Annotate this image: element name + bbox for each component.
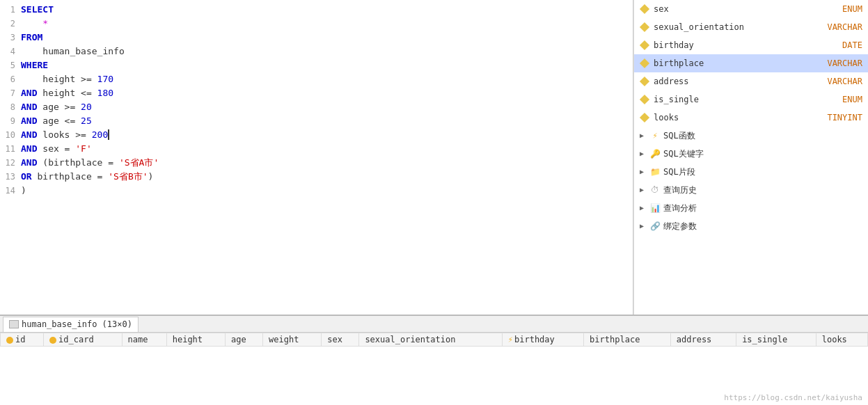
field-type-birthplace: VARCHAR [827, 56, 862, 70]
section-sql-snippets[interactable]: ▶ 📁 SQL片段 [634, 163, 868, 181]
line-content-4: human_base_info [21, 45, 633, 58]
code-line-1: 1 SELECT [0, 3, 633, 17]
column-name: birthplace [48, 157, 102, 168]
operator: ( [42, 157, 48, 168]
field-name-looks: looks [654, 111, 827, 125]
keyword: AND [21, 157, 37, 168]
field-address[interactable]: address VARCHAR [634, 72, 868, 90]
diamond-icon [640, 22, 649, 32]
col-sexual-orientation: sexual_orientation [359, 333, 502, 347]
line-num-1: 1 [0, 3, 21, 17]
operator: <= [75, 88, 97, 98]
keyword: AND [21, 116, 37, 126]
field-name-sexual-orientation: sexual_orientation [654, 20, 827, 34]
code-line-3: 3 FROM [0, 31, 633, 45]
code-line-8: 8 AND age >= 20 [0, 100, 633, 114]
line-num-13: 13 [0, 170, 21, 184]
key-icon: 🔑 [649, 148, 661, 159]
arrow-icon: ▶ [640, 183, 648, 197]
field-birthplace[interactable]: birthplace VARCHAR [634, 54, 868, 72]
line-content-3: FROM [21, 31, 633, 45]
line-num-2: 2 [0, 17, 21, 31]
section-bind-params[interactable]: ▶ 🔗 绑定参数 [634, 217, 868, 235]
arrow-icon: ▶ [640, 201, 648, 215]
string-value: 'S省A市' [119, 157, 159, 168]
line-content-8: AND age >= 20 [21, 100, 633, 114]
line-num-6: 6 [0, 72, 21, 86]
number: 180 [97, 88, 113, 98]
section-sql-functions[interactable]: ▶ ⚡ SQL函数 [634, 127, 868, 145]
operator: >= [75, 74, 97, 84]
arrow-icon: ▶ [640, 129, 648, 143]
field-birthday[interactable]: birthday DATE [634, 36, 868, 54]
line-num-11: 11 [0, 142, 21, 156]
code-line-9: 9 AND age <= 25 [0, 114, 633, 128]
result-tab-human-base-info[interactable]: human_base_info (13×0) [3, 317, 139, 332]
keyword: AND [21, 88, 37, 98]
keyword: AND [21, 102, 37, 112]
link-icon: 🔗 [649, 221, 661, 232]
diamond-icon [640, 113, 649, 122]
diamond-icon [640, 40, 649, 50]
column-name: age [42, 102, 58, 112]
operator: <= [59, 116, 81, 126]
section-sql-keywords[interactable]: ▶ 🔑 SQL关键字 [634, 145, 868, 163]
line-content-1: SELECT [21, 3, 633, 17]
col-id-card: id_card [44, 333, 123, 347]
right-panel-inner: sex ENUM sexual_orientation VARCHAR [634, 0, 868, 235]
table-icon [9, 320, 19, 328]
field-sexual-orientation[interactable]: sexual_orientation VARCHAR [634, 18, 868, 36]
diamond-icon [640, 95, 649, 104]
line-num-3: 3 [0, 31, 21, 45]
section-label-query-analysis: 查询分析 [663, 201, 697, 215]
operator: ) [21, 185, 26, 196]
keyword: AND [21, 129, 37, 140]
arrow-icon: ▶ [640, 219, 648, 233]
col-age: age [226, 333, 263, 347]
editor-panel[interactable]: 1 SELECT 2 * 3 FROM 4 human_base_info [0, 0, 633, 315]
section-label-query-history: 查询历史 [663, 183, 697, 197]
code-line-13: 13 OR birthplace = 'S省B市') [0, 170, 633, 184]
operator: = [102, 157, 118, 168]
col-looks: looks [816, 333, 867, 347]
line-num-5: 5 [0, 58, 21, 72]
string-value: 'F' [75, 143, 91, 154]
field-is-single[interactable]: is_single ENUM [634, 90, 868, 109]
field-sex[interactable]: sex ENUM [634, 0, 868, 18]
number: 200 [92, 129, 108, 140]
arrow-icon: ▶ [640, 147, 648, 161]
field-type-sexual-orientation: VARCHAR [827, 20, 862, 34]
field-name-birthday: birthday [654, 38, 842, 52]
code-line-11: 11 AND sex = 'F' [0, 142, 633, 156]
column-name: age [42, 116, 58, 126]
field-looks[interactable]: looks TINYINT [634, 109, 868, 127]
code-line-7: 7 AND height <= 180 [0, 86, 633, 100]
section-query-analysis[interactable]: ▶ 📊 查询分析 [634, 199, 868, 217]
number: 170 [97, 74, 113, 84]
column-name: looks [42, 129, 70, 140]
keyword: WHERE [21, 60, 48, 70]
result-tabs: human_base_info (13×0) [0, 316, 868, 333]
code-line-5: 5 WHERE [0, 58, 633, 72]
keyword: OR [21, 171, 32, 182]
table-name: human_base_info [42, 46, 124, 56]
operator: ) [148, 171, 154, 182]
asterisk: * [42, 18, 48, 29]
section-label-sql-keywords: SQL关键字 [663, 147, 704, 161]
table-header-row: id id_card name height age weight sex se… [1, 333, 868, 347]
column-name: birthplace [37, 171, 91, 182]
tab-label: human_base_info (13×0) [22, 319, 132, 329]
diamond-icon [640, 77, 649, 86]
field-type-birthday: DATE [842, 38, 862, 52]
line-num-10: 10 [0, 128, 21, 142]
section-query-history[interactable]: ▶ ⏱ 查询历史 [634, 181, 868, 199]
field-name-address: address [654, 74, 827, 88]
keyword: SELECT [21, 4, 54, 15]
lightning-icon: ⚡ [649, 130, 661, 141]
field-name-is-single: is_single [654, 93, 842, 106]
code-line-14: 14 ) [0, 184, 633, 198]
field-type-is-single: ENUM [842, 93, 862, 106]
key-icon-id-card [49, 337, 56, 344]
column-name: height [42, 74, 75, 84]
code-line-12: 12 AND (birthplace = 'S省A市' [0, 156, 633, 170]
